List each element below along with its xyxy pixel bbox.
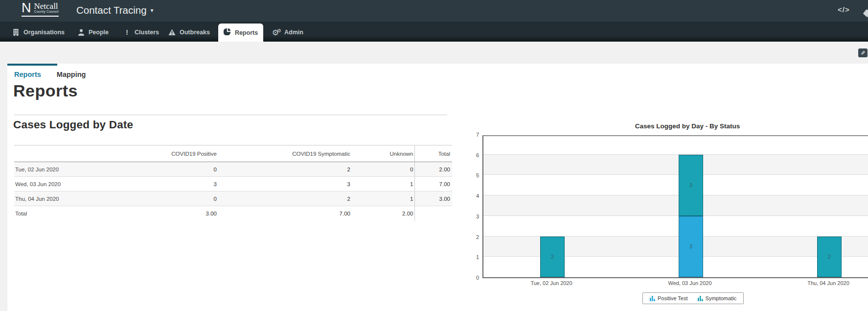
warning-icon (168, 29, 176, 36)
nav-item-label: People (89, 29, 109, 36)
x-axis-label: Wed, 03 Jun 2020 (668, 280, 711, 286)
table-row: Tue, 02 Jun 20200202.00 (14, 162, 452, 177)
cell-value: 1 (351, 177, 414, 191)
y-axis-label: 7 (463, 132, 479, 138)
person-icon (77, 29, 85, 36)
toolbar-icon-partial[interactable] (863, 9, 868, 18)
exclamation-icon: ! (123, 29, 131, 36)
logo-name: Netcall (34, 2, 59, 10)
bar-chart-icon (698, 295, 703, 301)
nav-item-outbreaks[interactable]: Outbreaks (168, 25, 210, 40)
cell-value: 3.00 (414, 191, 452, 206)
content-card: Reports Mapping Reports Cases Logged by … (7, 64, 868, 311)
legend-item-symptomatic[interactable]: Symptomatic (698, 295, 737, 301)
gridline (483, 174, 868, 175)
cell-value: 3 (218, 177, 351, 191)
bar-value-label: 2 (551, 254, 554, 260)
y-axis-label: 3 (463, 214, 479, 219)
code-icon[interactable]: </> (838, 5, 850, 14)
nav-item-label: Reports (235, 29, 258, 36)
cell-value: 0 (157, 162, 218, 177)
gridline (483, 154, 868, 155)
nav-item-label: Clusters (135, 29, 159, 36)
cell-value: 2.00 (414, 162, 452, 177)
bar-segment-symptomatic: 3 (679, 155, 703, 216)
column-header: COVID19 Positive (157, 145, 218, 162)
cell-value: 0 (351, 162, 414, 177)
bar-value-label: 3 (689, 182, 692, 188)
nav-item-label: Organisations (23, 29, 65, 36)
nav-item-label: Outbreaks (180, 29, 210, 36)
x-axis-label: Tue, 02 Jun 2020 (530, 280, 572, 286)
bar-value-label: 2 (828, 254, 831, 260)
nav-item-label: Admin (284, 29, 303, 36)
logo-subtitle: County Council (34, 10, 59, 14)
section-divider (14, 115, 447, 115)
contact-tracing-app: { "header": { "logo_n": "N", "logo_name"… (0, 0, 868, 311)
chart-title: Cases Logged by Day - By Status (475, 122, 868, 130)
bar-value-label: 3 (689, 243, 692, 249)
gridline (483, 215, 868, 216)
pie-chart-icon (224, 28, 231, 37)
pencil-icon: ✎ (861, 50, 865, 56)
cases-by-date-table: COVID19 PositiveCOVID19 SymptomaticUnkno… (14, 145, 452, 221)
tab-mapping[interactable]: Mapping (57, 71, 86, 78)
y-axis-label: 6 (463, 152, 479, 158)
netcall-logo: N Netcall County Council (22, 2, 59, 17)
plot-band (483, 195, 868, 216)
row-label: Thu, 04 Jun 2020 (14, 191, 157, 206)
cell-value: 1 (351, 191, 414, 206)
column-header: Unknown (351, 145, 414, 162)
table-total-row: Total3.007.002.00 (14, 206, 452, 221)
page-title: Reports (13, 81, 78, 100)
app-title-label: Contact Tracing (76, 4, 147, 16)
page-tabs: Reports Mapping (14, 71, 86, 78)
y-axis-label: 2 (463, 234, 479, 240)
nav-item-reports[interactable]: Reports (218, 24, 263, 42)
y-axis-label: 5 (463, 172, 479, 178)
y-axis-label: 0 (463, 275, 479, 281)
x-axis-label: Thu, 04 Jun 2020 (807, 280, 849, 286)
bar-segment-symptomatic: 2 (817, 237, 842, 277)
active-tab-indicator (7, 64, 57, 66)
table-row: Thu, 04 Jun 20200213.00 (14, 191, 452, 206)
table-row: Wed, 03 Jun 20203317.00 (14, 177, 452, 191)
column-header (14, 145, 157, 162)
chart-plot-area: 2332 (482, 135, 868, 278)
nav-item-admin[interactable]: ⚙⚙Admin (273, 25, 303, 40)
cell-value: 2 (218, 162, 351, 177)
cell-value: 3.00 (157, 206, 218, 221)
gears-icon: ⚙⚙ (273, 29, 280, 36)
cell-value: 2 (218, 191, 351, 206)
plot-band (483, 155, 868, 175)
netcall-n-mark: N (22, 2, 31, 14)
legend-item-positive-test[interactable]: Positive Test (650, 295, 688, 301)
chevron-down-icon: ▾ (151, 7, 154, 14)
app-title-dropdown[interactable]: Contact Tracing ▾ (76, 4, 154, 16)
row-label: Tue, 02 Jun 2020 (14, 162, 157, 177)
nav-item-organisations[interactable]: Organisations (12, 25, 65, 40)
gridline (483, 195, 868, 195)
tab-reports[interactable]: Reports (14, 71, 41, 78)
row-label: Wed, 03 Jun 2020 (14, 177, 157, 191)
section-title: Cases Logged by Date (13, 119, 133, 131)
nav-item-people[interactable]: People (77, 25, 109, 40)
cell-value: 7.00 (218, 206, 351, 221)
bar-segment-symptomatic: 2 (540, 237, 565, 277)
edit-button[interactable]: ✎ (858, 48, 868, 57)
building-icon (12, 29, 20, 36)
bar-chart-icon (650, 295, 655, 301)
column-header: COVID19 Symptomatic (218, 145, 351, 162)
nav-item-clusters[interactable]: !Clusters (123, 25, 159, 40)
cell-value (414, 206, 452, 221)
main-nav: OrganisationsPeople!ClustersOutbreaksRep… (0, 22, 868, 42)
legend-label: Symptomatic (706, 295, 737, 301)
y-axis-label: 4 (463, 193, 479, 199)
column-header: Total (414, 145, 452, 162)
chart-legend: Positive TestSymptomatic (642, 292, 744, 304)
cases-by-day-chart: Cases Logged by Day - By Status 2332 Pos… (475, 118, 868, 310)
row-label: Total (14, 206, 157, 221)
cell-value: 7.00 (414, 177, 452, 191)
table-header-row: COVID19 PositiveCOVID19 SymptomaticUnkno… (14, 145, 452, 162)
legend-label: Positive Test (658, 295, 688, 301)
